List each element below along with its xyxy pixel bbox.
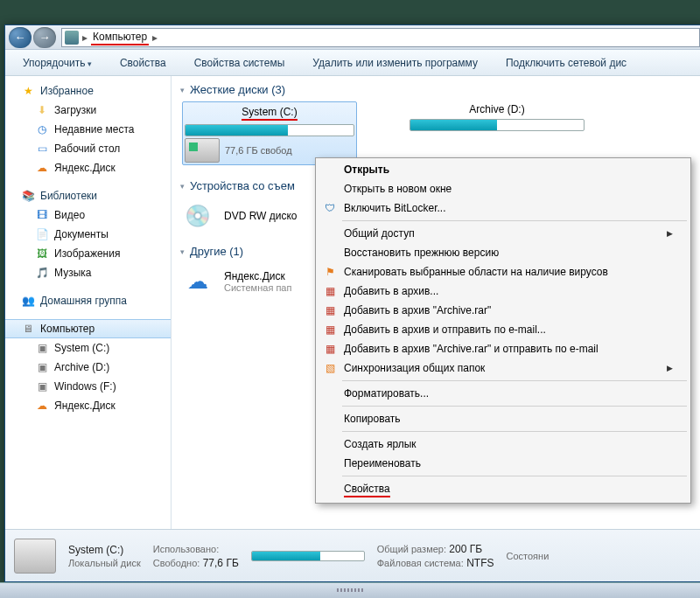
homegroup-icon: 👥 — [21, 294, 35, 308]
ctx-archive-email[interactable]: ▦Добавить в архив и отправить по e-mail.… — [318, 320, 689, 339]
cloud-icon: ☁ — [180, 267, 215, 296]
libraries-header[interactable]: 📚Библиотеки — [5, 186, 171, 205]
ctx-share[interactable]: Общий доступ▶ — [318, 224, 689, 243]
address-bar[interactable]: ▸ Компьютер ▸ — [61, 28, 700, 47]
sidebar-item-drive-c[interactable]: ▣System (C:) — [5, 338, 171, 358]
drive-d-label: Archive (D:) — [410, 101, 584, 117]
hdd-icon — [185, 138, 220, 163]
submenu-arrow-icon: ▶ — [667, 229, 673, 238]
antivirus-icon: ⚑ — [323, 265, 337, 279]
ctx-copy[interactable]: Копировать — [318, 409, 689, 428]
separator — [342, 220, 687, 221]
properties-button[interactable]: Свойства — [108, 53, 178, 73]
sidebar-item-documents[interactable]: 📄Документы — [5, 225, 171, 244]
separator — [342, 380, 687, 381]
dvd-icon: 💿 — [180, 201, 215, 231]
back-button[interactable]: ← — [9, 27, 32, 48]
details-pane: System (C:) Локальный диск Использовано:… — [5, 529, 700, 581]
context-menu: Открыть Открыть в новом окне 🛡Включить B… — [315, 157, 691, 504]
pictures-icon: 🖼 — [35, 247, 49, 261]
sidebar-item-downloads[interactable]: ⬇Загрузки — [5, 101, 171, 120]
ctx-add-archive-named[interactable]: ▦Добавить в архив "Archive.rar" — [318, 301, 689, 320]
sidebar-item-desktop[interactable]: ▭Рабочий стол — [5, 139, 171, 158]
drive-c-usage-bar — [185, 124, 354, 136]
ctx-open[interactable]: Открыть — [318, 160, 689, 179]
status-title: System (C:) — [68, 544, 141, 556]
yadisk-name: Яндекс.Диск — [224, 270, 291, 282]
dvd-label: DVD RW диско — [224, 210, 298, 222]
status-state: Состояни — [507, 551, 550, 561]
system-properties-button[interactable]: Свойства системы — [182, 53, 298, 73]
breadcrumb-sep-icon: ▸ — [82, 31, 88, 44]
shield-icon: 🛡 — [323, 201, 337, 215]
nav-pane: ★Избранное ⬇Загрузки ◷Недавние места ▭Ра… — [5, 76, 172, 529]
ctx-rename[interactable]: Переименовать — [318, 454, 689, 473]
command-bar: Упорядочить Свойства Свойства системы Уд… — [5, 50, 700, 76]
sidebar-item-yadisk-drive[interactable]: ☁Яндекс.Диск — [5, 396, 171, 415]
sync-icon: ▧ — [323, 361, 337, 375]
ctx-properties[interactable]: Свойства — [318, 479, 689, 501]
ctx-format[interactable]: Форматировать... — [318, 384, 689, 403]
sidebar-item-pictures[interactable]: 🖼Изображения — [5, 244, 171, 263]
ctx-scan-virus[interactable]: ⚑Сканировать выбранные области на наличи… — [318, 262, 689, 282]
favorites-header[interactable]: ★Избранное — [5, 81, 171, 101]
breadcrumb-sep-icon: ▸ — [152, 31, 158, 44]
nav-bar: ← → ▸ Компьютер ▸ — [5, 25, 700, 50]
map-network-button[interactable]: Подключить сетевой дис — [494, 53, 639, 73]
sidebar-item-music[interactable]: 🎵Музыка — [5, 263, 171, 282]
drive-c-free: 77,6 ГБ свобод — [225, 145, 292, 156]
archive-icon: ▦ — [323, 323, 337, 337]
star-icon: ★ — [21, 84, 35, 98]
cloud-icon: ☁ — [35, 161, 49, 175]
video-icon: 🎞 — [35, 208, 49, 222]
documents-icon: 📄 — [35, 227, 49, 241]
ctx-restore-version[interactable]: Восстановить прежнюю версию — [318, 243, 689, 262]
library-icon: 📚 — [21, 189, 35, 203]
archive-icon: ▦ — [323, 342, 337, 356]
cloud-icon: ☁ — [35, 399, 49, 413]
hdd-icon — [14, 539, 56, 574]
drive-c[interactable]: System (C:) 77,6 ГБ свобод — [182, 101, 357, 165]
ctx-open-new-window[interactable]: Открыть в новом окне — [318, 179, 689, 198]
drive-icon: ▣ — [35, 341, 49, 355]
drive-icon: ▣ — [35, 360, 49, 374]
downloads-icon: ⬇ — [35, 103, 49, 117]
archive-icon: ▦ — [323, 284, 337, 298]
forward-button[interactable]: → — [33, 27, 56, 48]
homegroup-header[interactable]: 👥Домашняя группа — [5, 291, 171, 310]
desktop-icon: ▭ — [35, 142, 49, 156]
ctx-bitlocker[interactable]: 🛡Включить BitLocker... — [318, 198, 689, 218]
grip-icon — [337, 588, 363, 592]
organize-menu[interactable]: Упорядочить — [10, 53, 104, 73]
drive-d-usage-bar — [410, 119, 584, 131]
ctx-create-shortcut[interactable]: Создать ярлык — [318, 435, 689, 454]
separator — [342, 431, 687, 432]
section-hdd[interactable]: Жесткие диски (3) — [178, 80, 696, 101]
yadisk-sub: Системная пап — [224, 282, 291, 293]
sidebar-item-drive-d[interactable]: ▣Archive (D:) — [5, 358, 171, 377]
separator — [342, 476, 687, 476]
uninstall-button[interactable]: Удалить или изменить программу — [300, 53, 490, 73]
ctx-sync-shared[interactable]: ▧Синхронизация общих папок▶ — [318, 358, 689, 378]
computer-icon: 🖥 — [21, 322, 35, 336]
sidebar-item-drive-f[interactable]: ▣Windows (F:) — [5, 377, 171, 396]
submenu-arrow-icon: ▶ — [667, 364, 673, 372]
drive-d[interactable]: Archive (D:) — [410, 101, 584, 165]
sidebar-item-yandexdisk[interactable]: ☁Яндекс.Диск — [5, 158, 171, 177]
recent-icon: ◷ — [35, 122, 49, 136]
drive-c-label: System (C:) — [242, 106, 297, 121]
separator — [342, 406, 687, 407]
ctx-archive-email-named[interactable]: ▦Добавить в архив "Archive.rar" и отправ… — [318, 339, 689, 358]
ctx-add-archive[interactable]: ▦Добавить в архив... — [318, 282, 689, 301]
status-subtitle: Локальный диск — [68, 558, 141, 568]
computer-icon — [65, 31, 79, 45]
sidebar-item-recent[interactable]: ◷Недавние места — [5, 120, 171, 139]
archive-icon: ▦ — [323, 303, 337, 317]
drive-icon: ▣ — [35, 379, 49, 393]
status-usage-bar — [251, 551, 365, 561]
taskbar[interactable] — [0, 582, 700, 598]
sidebar-item-videos[interactable]: 🎞Видео — [5, 205, 171, 225]
sidebar-item-computer[interactable]: 🖥Компьютер — [5, 319, 171, 338]
music-icon: 🎵 — [35, 266, 49, 280]
breadcrumb-computer[interactable]: Компьютер — [91, 29, 149, 45]
